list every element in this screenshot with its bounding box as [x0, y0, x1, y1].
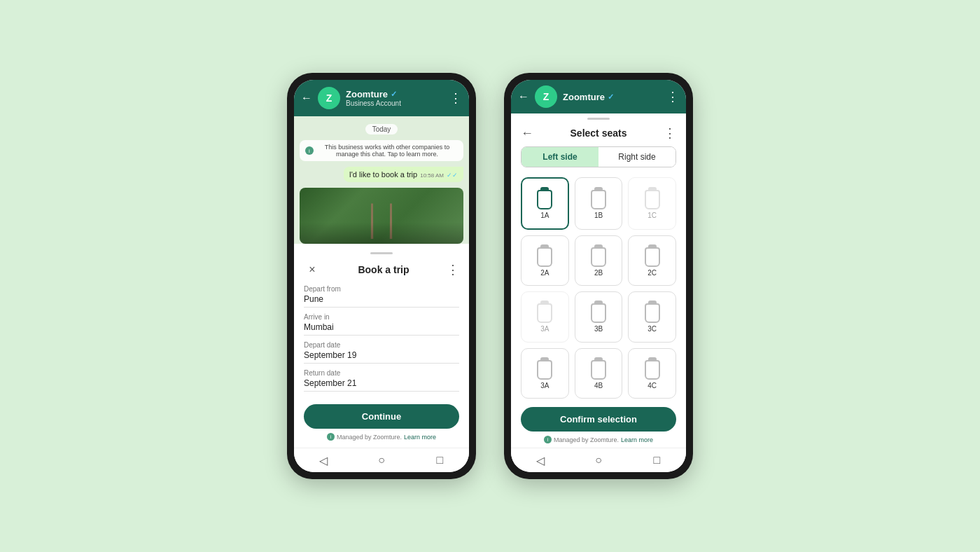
return-date-field: Return date September 21: [304, 369, 459, 392]
return-date-value[interactable]: September 21: [304, 378, 459, 392]
chat-area: Today i This business works with other c…: [294, 116, 469, 244]
arrive-in-field: Arrive in Mumbai: [304, 313, 459, 336]
left-side-button[interactable]: Left side: [522, 147, 598, 167]
seat-label-4C: 4C: [648, 382, 657, 389]
phone2-nav: ◁ ○ □: [511, 448, 686, 472]
sheet-header: × Book a trip ⋮: [304, 261, 459, 278]
seat-wa-verified: ✓: [608, 92, 614, 102]
today-badge: Today: [300, 122, 463, 134]
side-toggle: Left side Right side: [521, 146, 676, 167]
continue-button[interactable]: Continue: [304, 404, 459, 429]
sheet-title: Book a trip: [358, 264, 409, 275]
seat-label-3C: 3C: [648, 325, 657, 333]
seat-1C[interactable]: 1C: [628, 177, 676, 230]
nav2-recent-button[interactable]: □: [649, 453, 664, 468]
seat-icon-4B: [591, 360, 606, 380]
seat-4B[interactable]: 4B: [575, 348, 623, 399]
seat-wa-name: Zoomture ✓: [563, 92, 661, 102]
seat-label-2A: 2A: [540, 269, 549, 277]
seat-label-4A: 3A: [540, 382, 549, 389]
footer-info-icon: i: [327, 433, 335, 441]
seat-icon-2C: [645, 247, 660, 267]
seat-1A[interactable]: 1A: [521, 177, 569, 230]
nav-back-button[interactable]: ◁: [316, 453, 331, 468]
seat-2C[interactable]: 2C: [628, 235, 676, 287]
depart-date-value[interactable]: September 19: [304, 350, 459, 364]
depart-date-label: Depart date: [304, 341, 459, 349]
seat-icon-1B: [591, 190, 606, 209]
phone1-nav: ◁ ○ □: [294, 448, 469, 472]
seat-3B[interactable]: 3B: [575, 291, 623, 343]
footer-learn-more-link[interactable]: Learn more: [404, 434, 436, 441]
seat-2B[interactable]: 2B: [575, 235, 623, 287]
seat-footer-learn-more[interactable]: Learn more: [621, 436, 653, 443]
seat-back-button[interactable]: ←: [521, 126, 533, 141]
seat-more-button[interactable]: ⋮: [664, 125, 676, 141]
phone-2: ← Z Zoomture ✓ ⋮ ← Select seats ⋮ Left s…: [504, 73, 693, 479]
info-icon: i: [305, 146, 314, 155]
wa-contact-info: Zoomture ✓ Business Account: [346, 89, 444, 107]
seat-footer: i Managed by Zoomture. Learn more: [511, 436, 686, 448]
sheet-close-button[interactable]: ×: [304, 261, 321, 278]
seat-label-4B: 4B: [594, 382, 603, 389]
seat-3A[interactable]: 3A: [521, 291, 569, 343]
seat-label-1C: 1C: [648, 212, 657, 219]
seat-icon-3C: [645, 303, 660, 323]
wa-more-button[interactable]: ⋮: [449, 90, 462, 106]
seat-icon-3B: [591, 303, 606, 323]
wa-verified-icon: ✓: [391, 90, 397, 99]
seat-2A[interactable]: 2A: [521, 235, 569, 287]
seat-wa-more[interactable]: ⋮: [666, 89, 679, 104]
wa-contact-subtitle: Business Account: [346, 99, 444, 107]
seat-1B[interactable]: 1B: [575, 177, 623, 230]
nav2-home-button[interactable]: ○: [591, 453, 606, 468]
seat-icon-1A: [537, 190, 552, 209]
seat-sheet-header: ← Select seats ⋮: [511, 120, 686, 146]
system-message[interactable]: i This business works with other compani…: [300, 140, 463, 161]
book-trip-sheet: × Book a trip ⋮ Depart from Pune Arrive …: [294, 244, 469, 448]
seat-3C[interactable]: 3C: [628, 291, 676, 343]
sheet-more-button[interactable]: ⋮: [447, 262, 459, 277]
wa-back-button[interactable]: ←: [301, 92, 312, 104]
seat-label-1B: 1B: [594, 212, 603, 219]
nav-recent-button[interactable]: □: [432, 453, 447, 468]
seat-label-2B: 2B: [594, 269, 603, 277]
seat-wa-header: ← Z Zoomture ✓ ⋮: [511, 80, 686, 113]
seat-icon-1C: [645, 190, 660, 209]
seat-wa-back[interactable]: ←: [518, 90, 529, 103]
confirm-selection-button[interactable]: Confirm selection: [521, 407, 676, 432]
seat-icon-3A: [537, 303, 552, 323]
phone-1: ← Z Zoomture ✓ Business Account ⋮ Today …: [287, 73, 476, 479]
sheet-handle: [370, 252, 393, 254]
user-message-bubble: I'd like to book a trip 10:58 AM ✓✓: [300, 167, 463, 182]
seat-selector-content: ← Select seats ⋮ Left side Right side 1A…: [511, 113, 686, 472]
depart-date-field: Depart date September 19: [304, 341, 459, 364]
seat-icon-2B: [591, 247, 606, 267]
seat-label-1A: 1A: [540, 212, 549, 219]
seat-label-2C: 2C: [648, 269, 657, 277]
train-image: [300, 188, 463, 244]
seat-4A[interactable]: 3A: [521, 348, 569, 399]
wa-avatar: Z: [318, 87, 340, 109]
seat-wa-avatar: Z: [535, 85, 557, 108]
return-date-label: Return date: [304, 369, 459, 377]
seat-grid: 1A 1B 1C 2A 2B: [511, 174, 686, 401]
seat-icon-4C: [645, 360, 660, 380]
depart-from-label: Depart from: [304, 285, 459, 293]
seat-label-3A: 3A: [540, 325, 549, 333]
seat-wa-info: Zoomture ✓: [563, 92, 661, 102]
nav-home-button[interactable]: ○: [374, 453, 389, 468]
depart-from-value[interactable]: Pune: [304, 294, 459, 308]
seat-icon-2A: [537, 247, 552, 267]
seat-4C[interactable]: 4C: [628, 348, 676, 399]
seat-label-3B: 3B: [594, 325, 603, 333]
nav2-back-button[interactable]: ◁: [533, 453, 548, 468]
seat-icon-4A: [537, 360, 552, 380]
seat-title: Select seats: [570, 127, 627, 139]
seat-footer-info-icon: i: [544, 436, 552, 443]
arrive-in-label: Arrive in: [304, 313, 459, 321]
right-side-button[interactable]: Right side: [598, 147, 676, 167]
wa-header: ← Z Zoomture ✓ Business Account ⋮: [294, 80, 469, 116]
arrive-in-value[interactable]: Mumbai: [304, 322, 459, 336]
sheet-footer: i Managed by Zoomture. Learn more: [304, 433, 459, 441]
